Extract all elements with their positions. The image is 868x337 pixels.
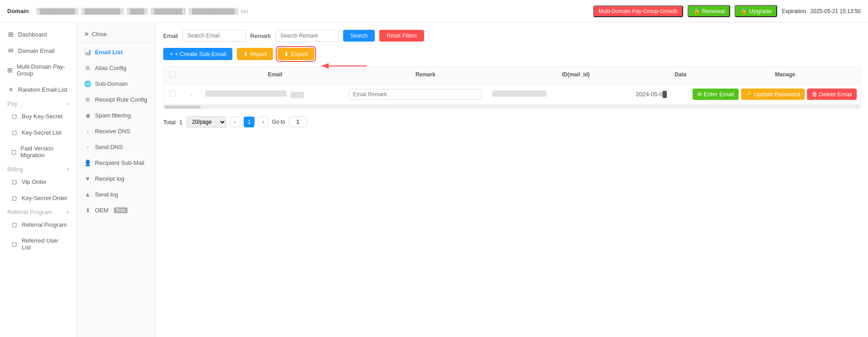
scroll-right-arrow[interactable]: › bbox=[856, 104, 859, 109]
sidebar-section-billing[interactable]: Billing ∧ bbox=[0, 163, 76, 173]
total-count: 1 bbox=[179, 119, 182, 126]
sidebar-item-vip-order[interactable]: ◻ Vip Order bbox=[0, 173, 76, 190]
sidebar-section-referral-label: Referral Program bbox=[7, 209, 52, 215]
sidebar-item-random-email[interactable]: ≡ Random Email List bbox=[0, 81, 76, 98]
expiration-value: 2025-05-21 15:13:50 bbox=[811, 8, 861, 14]
email-search-input[interactable] bbox=[183, 30, 246, 42]
table-header-remark: Remark bbox=[350, 67, 501, 84]
enter-email-button[interactable]: ✉ Enter Email bbox=[693, 89, 738, 100]
alias-config-icon: ⚙ bbox=[84, 65, 91, 71]
sub-panel-recipient-sub-mail-label: Recipient Sub-Mail bbox=[95, 159, 144, 166]
download-icon: ⬇ bbox=[284, 51, 289, 57]
sidebar-item-key-secret-order[interactable]: ◻ Key-Secret Order bbox=[0, 190, 76, 206]
sub-panel-email-list[interactable]: 📊 Email List bbox=[77, 44, 156, 60]
sub-panel-receipt-rule[interactable]: ⚙ Receipt Rule Config bbox=[77, 92, 156, 108]
scrollbar-thumb[interactable] bbox=[165, 106, 201, 108]
per-page-select[interactable]: 20/page 50/page 100/page bbox=[186, 116, 226, 128]
remark-search-input[interactable] bbox=[275, 30, 339, 42]
sub-panel-spam-label: Spam filtering bbox=[95, 112, 131, 119]
sidebar-item-multi-domain[interactable]: ⊞ Multi-Domain Pay-Group bbox=[0, 59, 76, 81]
enter-email-label: Enter Email bbox=[703, 91, 734, 98]
sidebar-label-key-secret-order: Key-Secret Order bbox=[22, 195, 67, 201]
plus-icon: + bbox=[170, 51, 173, 57]
sidebar: ⊞ Dashboard ✉ Domain Email ⊞ Multi-Domai… bbox=[0, 23, 77, 337]
export-button[interactable]: ⬇ Export bbox=[278, 48, 314, 60]
update-password-button[interactable]: 🔑 Update Password bbox=[741, 89, 805, 100]
page-1-button[interactable]: 1 bbox=[244, 117, 255, 127]
sub-panel-receive-dns[interactable]: ↓ Receive DNS bbox=[77, 123, 156, 139]
email-extra-blur bbox=[290, 92, 304, 98]
domain-part-4: ████████ bbox=[151, 8, 186, 15]
sidebar-section-pay[interactable]: Pay ∧ bbox=[0, 98, 76, 108]
sidebar-item-key-secret-list[interactable]: ◻ Key-Secret List bbox=[0, 124, 76, 140]
recipient-sub-mail-icon: 👤 bbox=[84, 159, 91, 166]
reset-filters-button[interactable]: Reset Filters bbox=[379, 30, 424, 42]
spam-icon: ◉ bbox=[84, 112, 91, 119]
sub-panel-spam[interactable]: ◉ Spam filtering bbox=[77, 108, 156, 123]
sub-panel-recipient-sub-mail[interactable]: 👤 Recipient Sub-Mail bbox=[77, 155, 156, 171]
row-expand-cell[interactable]: › bbox=[182, 86, 200, 102]
create-sub-email-button[interactable]: + + Create Sub-Email bbox=[163, 48, 232, 60]
next-page-button[interactable]: › bbox=[258, 117, 268, 127]
multi-domain-badge[interactable]: Multi-Domain Pay-Group-Growth bbox=[593, 5, 683, 17]
domain-label: Domain bbox=[7, 8, 29, 14]
oem-icon: ⬇ bbox=[84, 207, 91, 214]
prev-page-button[interactable]: ‹ bbox=[230, 117, 240, 127]
vip-order-icon: ◻ bbox=[11, 178, 18, 185]
sidebar-item-domain-email[interactable]: ✉ Domain Email bbox=[0, 42, 76, 59]
sidebar-section-pay-label: Pay bbox=[7, 100, 17, 107]
row-manage-cell: ✉ Enter Email 🔑 Update Password 🗑 Delete… bbox=[689, 84, 860, 104]
receipt-rule-icon: ⚙ bbox=[84, 96, 91, 103]
sub-panel-send-dns[interactable]: ↑ Send DNS bbox=[77, 139, 156, 155]
header-checkbox[interactable] bbox=[170, 71, 176, 78]
close-icon: ✕ bbox=[84, 31, 89, 37]
table-header-checkbox bbox=[164, 67, 182, 84]
receipt-log-icon: ▼ bbox=[84, 175, 91, 182]
referral-program-icon: ◻ bbox=[11, 221, 18, 228]
sidebar-item-referred-user-list[interactable]: ◻ Referred User List bbox=[0, 233, 76, 255]
expand-arrow-icon[interactable]: › bbox=[190, 92, 192, 97]
row-email-cell bbox=[200, 86, 343, 103]
goto-input[interactable] bbox=[289, 117, 307, 127]
chevron-up-icon[interactable]: ∧ bbox=[66, 101, 69, 106]
sub-panel-close[interactable]: ✕ Close bbox=[77, 26, 156, 42]
upgrade-badge[interactable]: 🔒 Upgrade bbox=[735, 5, 777, 17]
beta-badge: Beta bbox=[114, 207, 128, 213]
buy-key-secret-icon: ◻ bbox=[11, 112, 18, 120]
sidebar-item-dashboard[interactable]: ⊞ Dashboard bbox=[0, 26, 76, 42]
search-button[interactable]: Search bbox=[343, 30, 375, 42]
delete-icon: 🗑 bbox=[811, 91, 817, 98]
horizontal-scrollbar[interactable]: › bbox=[164, 105, 860, 108]
domain-email-icon: ✉ bbox=[7, 47, 14, 54]
row-checkbox[interactable] bbox=[170, 90, 176, 97]
domain-part-1: ██████████ bbox=[36, 8, 79, 15]
sub-panel-receipt-rule-label: Receipt Rule Config bbox=[95, 96, 147, 103]
renewal-badge[interactable]: 🔒 Renewal bbox=[688, 5, 731, 17]
row-remark-cell[interactable] bbox=[343, 84, 486, 104]
delete-email-button[interactable]: 🗑 Delete Email bbox=[807, 89, 857, 100]
chevron-up-icon-3[interactable]: ∧ bbox=[66, 210, 69, 215]
sub-panel-sub-domain[interactable]: 🌐 Sub-Domain bbox=[77, 76, 156, 92]
sub-panel-receipt-log[interactable]: ▼ Receipt log bbox=[77, 171, 156, 187]
chevron-up-icon-2[interactable]: ∧ bbox=[66, 167, 69, 172]
remark-input[interactable] bbox=[349, 89, 481, 100]
sidebar-item-paid-version-migration[interactable]: ◻ Paid Version Migration bbox=[0, 140, 76, 163]
sidebar-item-buy-key-secret[interactable]: ◻ Buy Key-Secret bbox=[0, 108, 76, 124]
receive-dns-icon: ↓ bbox=[84, 128, 91, 135]
sidebar-label-vip-order: Vip Order bbox=[22, 178, 47, 185]
sub-panel-send-log[interactable]: ▲ Send log bbox=[77, 187, 156, 202]
sidebar-label-domain-email: Domain Email bbox=[18, 47, 55, 54]
import-button[interactable]: ⬆ Import bbox=[237, 48, 273, 60]
domain-part-2: ██████████ bbox=[81, 8, 124, 15]
send-dns-icon: ↑ bbox=[84, 144, 91, 150]
key-icon: 🔑 bbox=[745, 91, 753, 98]
sidebar-item-referral-program[interactable]: ◻ Referral Program bbox=[0, 216, 76, 233]
paid-migration-icon: ◻ bbox=[11, 148, 17, 155]
sub-panel-oem[interactable]: ⬇ OEM Beta bbox=[77, 202, 156, 218]
domain-suffix: ion bbox=[241, 8, 248, 14]
export-label: Export bbox=[291, 51, 308, 57]
key-secret-list-icon: ◻ bbox=[11, 129, 18, 136]
sidebar-section-referral[interactable]: Referral Program ∧ bbox=[0, 206, 76, 216]
email-filter-label: Email bbox=[163, 33, 178, 39]
sub-panel-alias-config[interactable]: ⚙ Alias Config bbox=[77, 60, 156, 76]
